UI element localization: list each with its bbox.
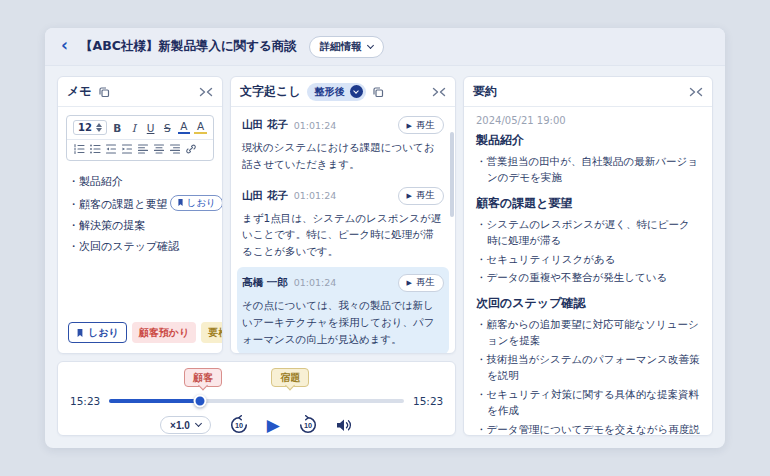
- volume-button[interactable]: [336, 418, 353, 433]
- summary-bullet: 顧客からの追加要望に対応可能なソリューションを提案: [476, 316, 700, 349]
- summary-section-heading: 次回のステップ確認: [476, 295, 700, 312]
- transcript-entry: 山田 花子 01:01:24 ▶再生 まず1点目は、システムのレスポンスが遅いこ…: [237, 180, 449, 267]
- summary-bullet: 技術担当がシステムのパフォーマンス改善策を説明: [476, 351, 700, 384]
- play-segment-button[interactable]: ▶再生: [398, 274, 444, 292]
- summary-panel: 要約 2024/05/21 19:00 製品紹介 営業担当の田中が、自社製品の最…: [463, 76, 713, 436]
- play-button[interactable]: ▶: [267, 417, 280, 434]
- memo-item: 解決策の提案: [68, 218, 212, 234]
- summary-bullet: データ管理についてデモを交えながら再度説明: [476, 421, 700, 435]
- underline-button[interactable]: U: [144, 122, 157, 134]
- summary-bullet: 営業担当の田中が、自社製品の最新バージョンのデモを実施: [476, 153, 700, 186]
- svg-text:10: 10: [235, 421, 243, 430]
- transcript-entry: 山田 花子 01:01:24 ▶再生 現状のシステムにおける課題についてお話させ…: [237, 109, 449, 180]
- bookmark-icon: [76, 328, 84, 338]
- badge-chevron-circle: [350, 85, 363, 98]
- spinner-arrows-icon: [96, 123, 102, 132]
- strikethrough-button[interactable]: S: [161, 122, 174, 134]
- page-title: 【ABC社様】新製品導入に関する商談: [80, 38, 297, 55]
- align-left-icon[interactable]: [137, 143, 149, 155]
- summary-section-heading: 製品紹介: [476, 132, 700, 149]
- player-controls: ×1.0 10 ▶: [70, 415, 443, 435]
- bookmark-chip[interactable]: しおり: [170, 195, 222, 211]
- chevron-down-icon: [367, 41, 374, 48]
- play-icon: ▶: [267, 417, 280, 434]
- summary-bullet: データの重複や不整合が発生している: [476, 269, 700, 285]
- marker-customer[interactable]: 顧客: [184, 368, 222, 387]
- font-size-select[interactable]: 12: [73, 120, 107, 135]
- indent-icon[interactable]: [121, 143, 133, 155]
- align-right-icon[interactable]: [169, 143, 181, 155]
- transcript-panel: 文字起こし 整形後: [230, 76, 456, 354]
- highlight-color-button[interactable]: A: [194, 121, 207, 135]
- memo-item: 製品紹介: [68, 174, 212, 190]
- memo-editor-toolbar: 12 B I U S A A: [66, 115, 214, 161]
- bold-button[interactable]: B: [111, 122, 124, 134]
- transcript-title: 文字起こし: [240, 83, 301, 100]
- play-segment-button[interactable]: ▶再生: [398, 116, 444, 134]
- format-mode-badge[interactable]: 整形後: [307, 83, 366, 101]
- memo-item: 次回のステップ確認: [68, 239, 212, 255]
- outdent-icon[interactable]: [105, 143, 117, 155]
- summary-bullet: セキュリティ対策に関する具体的な提案資料を作成: [476, 386, 700, 419]
- summary-body: 2024/05/21 19:00 製品紹介 営業担当の田中が、自社製品の最新バー…: [464, 107, 712, 435]
- font-size-value: 12: [78, 122, 92, 133]
- scrollbar[interactable]: [450, 132, 454, 217]
- seek-thumb[interactable]: [194, 395, 207, 408]
- numbered-list-icon[interactable]: [73, 143, 85, 155]
- summary-datetime: 2024/05/21 19:00: [476, 115, 700, 126]
- collapse-panel-icon[interactable]: [432, 87, 446, 97]
- play-icon: ▶: [407, 122, 412, 129]
- text-color-button[interactable]: A: [178, 121, 191, 135]
- copy-icon[interactable]: [372, 86, 384, 98]
- summary-bullet: システムのレスポンスが遅く、特にピーク時に処理が滞る: [476, 216, 700, 249]
- copy-icon[interactable]: [98, 86, 110, 98]
- align-center-icon[interactable]: [153, 143, 165, 155]
- tag-bookmark[interactable]: しおり: [68, 322, 127, 343]
- memo-panel: メモ: [57, 76, 223, 354]
- tag-customer-pending[interactable]: 顧客預かり: [132, 322, 196, 343]
- tag-needs-review[interactable]: 要検討: [201, 322, 222, 343]
- memo-title: メモ: [67, 83, 92, 100]
- timeline-markers: 顧客 宿題: [116, 368, 397, 390]
- link-icon[interactable]: [185, 143, 197, 155]
- current-time: 15:23: [70, 395, 100, 407]
- total-time: 15:23: [413, 395, 443, 407]
- summary-bullet: セキュリティリスクがある: [476, 251, 700, 267]
- rewind-10-button[interactable]: 10: [229, 415, 249, 435]
- detail-info-label: 詳細情報: [320, 40, 362, 54]
- italic-button[interactable]: I: [128, 122, 141, 134]
- back-button[interactable]: ‹: [61, 37, 68, 54]
- meeting-card: ‹ 【ABC社様】新製品導入に関する商談 詳細情報 メモ: [45, 28, 725, 448]
- audio-player-panel: 顧客 宿題 15:23 15:23 ×1.0: [57, 361, 456, 436]
- seek-progress: [109, 399, 200, 403]
- play-segment-button[interactable]: ▶再生: [398, 187, 444, 205]
- chevron-down-icon: [353, 88, 359, 94]
- bullet-list-icon[interactable]: [89, 143, 101, 155]
- speaker-icon: [336, 418, 353, 433]
- play-icon: ▶: [407, 192, 412, 199]
- playback-speed-button[interactable]: ×1.0: [160, 416, 211, 434]
- transcript-entries: 山田 花子 01:01:24 ▶再生 現状のシステムにおける課題についてお話させ…: [231, 107, 455, 353]
- marker-homework[interactable]: 宿題: [271, 368, 309, 387]
- memo-item: 顧客の課題と要望しおり: [68, 195, 212, 213]
- play-icon: ▶: [407, 279, 412, 286]
- card-header: ‹ 【ABC社様】新製品導入に関する商談 詳細情報: [45, 28, 725, 66]
- summary-section-heading: 顧客の課題と要望: [476, 195, 700, 212]
- memo-list: 製品紹介 顧客の課題と要望しおり 解決策の提案 次回のステップ確認: [58, 167, 222, 262]
- forward-10-button[interactable]: 10: [298, 415, 318, 435]
- svg-text:10: 10: [304, 421, 312, 430]
- detail-info-button[interactable]: 詳細情報: [309, 36, 384, 58]
- collapse-panel-icon[interactable]: [199, 87, 213, 97]
- summary-title: 要約: [473, 83, 497, 100]
- memo-tags-row: しおり 顧客預かり 要検討: [58, 314, 222, 353]
- collapse-panel-icon[interactable]: [689, 87, 703, 97]
- transcript-entry-highlighted: 高橋 一郎 01:01:24 ▶再生 その点については、我々の製品では新しいアー…: [237, 267, 449, 353]
- seek-slider[interactable]: [109, 399, 404, 403]
- chevron-down-icon: [195, 420, 202, 427]
